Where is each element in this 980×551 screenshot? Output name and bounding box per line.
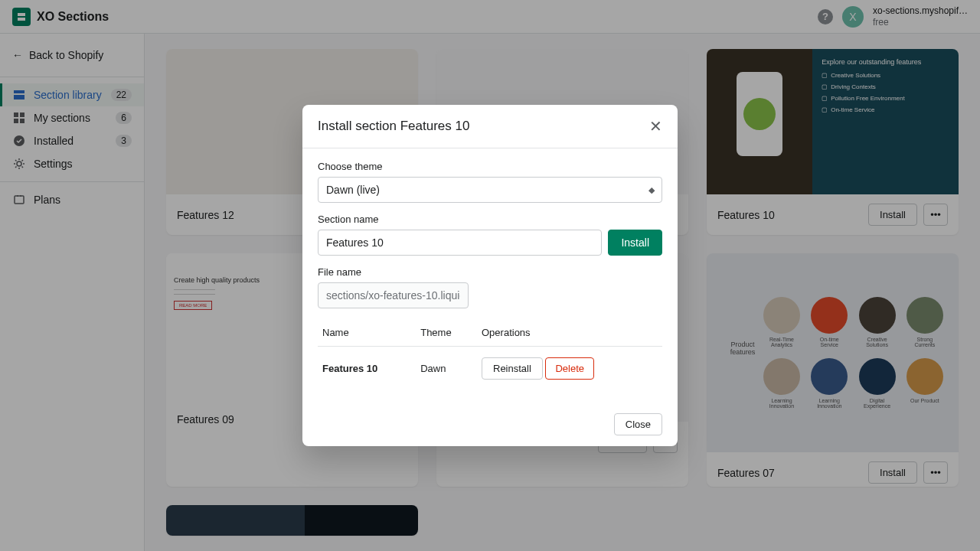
reinstall-button[interactable]: Reinstall: [482, 357, 543, 380]
modal-overlay: Install section Features 10 ✕ Choose the…: [0, 0, 980, 551]
theme-select[interactable]: Dawn (live): [318, 177, 662, 203]
delete-button[interactable]: Delete: [545, 357, 594, 380]
th-name: Name: [318, 319, 416, 347]
file-name-label: File name: [318, 266, 662, 278]
row-name: Features 10: [318, 347, 416, 391]
th-operations: Operations: [477, 319, 662, 347]
close-icon[interactable]: ✕: [649, 117, 662, 135]
install-section-modal: Install section Features 10 ✕ Choose the…: [302, 105, 678, 446]
choose-theme-label: Choose theme: [318, 161, 662, 172]
file-name-input: [318, 282, 469, 308]
table-row: Features 10 Dawn Reinstall Delete: [318, 347, 662, 391]
modal-title: Install section Features 10: [318, 119, 469, 134]
section-name-input[interactable]: [318, 230, 602, 256]
row-theme: Dawn: [416, 347, 477, 391]
th-theme: Theme: [416, 319, 477, 347]
installed-table: Name Theme Operations Features 10 Dawn R…: [318, 319, 662, 390]
close-button[interactable]: Close: [614, 413, 662, 435]
install-button[interactable]: Install: [608, 230, 662, 256]
section-name-label: Section name: [318, 214, 662, 225]
